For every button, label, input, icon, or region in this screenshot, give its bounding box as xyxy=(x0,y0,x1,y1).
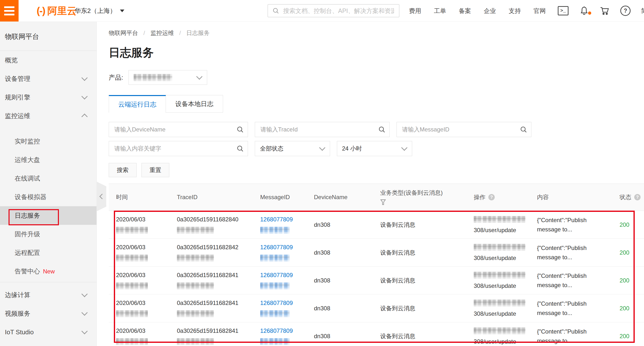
product-select[interactable] xyxy=(128,70,207,85)
time-range-value: 24 小时 xyxy=(342,145,362,152)
sidebar-item-remote-config[interactable]: 远程配置 xyxy=(0,243,96,262)
sidebar-item-log-service[interactable]: 日志服务 xyxy=(0,206,96,225)
chevron-down-icon xyxy=(401,145,407,151)
biz-type: 设备到云消息 xyxy=(380,333,415,340)
status-code: 200 xyxy=(620,305,644,312)
help-badge-icon[interactable]: ? xyxy=(634,194,640,200)
sidebar-item-overview[interactable]: 概览 xyxy=(0,51,96,70)
message-id-input[interactable] xyxy=(402,126,518,133)
search-icon[interactable] xyxy=(236,145,244,152)
log-content: {"Content":"Publish message to... xyxy=(537,299,610,317)
nav-support[interactable]: 支持 xyxy=(502,7,527,15)
operation-topic: 308/user/update xyxy=(474,310,537,317)
language-selector[interactable]: 简 xyxy=(636,6,644,15)
blurred-time xyxy=(116,254,148,262)
col-operation: 操作 ? xyxy=(474,193,537,201)
help-badge-icon[interactable]: ? xyxy=(488,194,495,200)
time-range-select[interactable]: 24 小时 xyxy=(337,141,412,156)
device-name: dn308 xyxy=(314,333,330,340)
sidebar-item-realtime-monitor[interactable]: 实时监控 xyxy=(0,132,96,150)
console-search-box[interactable] xyxy=(268,4,400,17)
console-search-input[interactable] xyxy=(283,7,394,15)
chevron-down-icon xyxy=(319,145,325,151)
sidebar-item-video-service[interactable]: 视频服务 xyxy=(0,304,96,323)
nav-enterprise[interactable]: 企业 xyxy=(478,7,502,15)
log-date: 2020/06/03 xyxy=(116,216,177,223)
table-row: 2020/06/03 0a30265d15911682840 126807780… xyxy=(109,211,644,239)
blurred-message-id xyxy=(260,310,290,317)
col-device-name: DeviceName xyxy=(314,194,380,200)
sidebar-item-alert-center[interactable]: 告警中心New xyxy=(0,262,96,280)
search-icon xyxy=(272,7,279,14)
blurred-trace xyxy=(177,227,214,234)
operation-topic: 308/user/update xyxy=(474,338,537,345)
sidebar-item-device-simulator[interactable]: 设备模拟器 xyxy=(0,188,96,206)
breadcrumb-iot-platform[interactable]: 物联网平台 xyxy=(109,29,138,37)
aliyun-logo-text: 阿里云 xyxy=(48,4,77,18)
search-icon[interactable] xyxy=(236,126,244,133)
table-row: 2020/06/03 0a30265d15911682842 126807780… xyxy=(109,239,644,266)
trace-id: 0a30265d15911682841 xyxy=(177,328,260,334)
blurred-trace xyxy=(177,254,214,262)
product-label: 产品: xyxy=(109,73,123,82)
blurred-topic xyxy=(474,328,526,334)
sidebar-item-online-debug[interactable]: 在线调试 xyxy=(0,169,96,188)
trace-id: 0a30265d15911682842 xyxy=(177,244,260,251)
message-id-link[interactable]: 1268077809 xyxy=(260,328,314,334)
log-content: {"Content":"Publish message to... xyxy=(537,243,610,262)
blurred-trace xyxy=(177,310,214,317)
operation-topic: 308/user/update xyxy=(474,227,537,234)
chevron-down-icon xyxy=(81,291,88,297)
sidebar-collapse-handle[interactable] xyxy=(96,182,106,211)
status-select[interactable]: 全部状态 xyxy=(255,141,330,156)
chevron-down-icon xyxy=(81,93,88,100)
shopping-cart-icon[interactable] xyxy=(594,6,615,15)
message-id-link[interactable]: 1268077809 xyxy=(260,244,314,251)
blurred-product-name xyxy=(134,74,172,81)
aliyun-logo[interactable]: (-) 阿里云 xyxy=(37,0,77,22)
table-row: 2020/06/03 0a30265d15911682841 126807780… xyxy=(109,294,644,322)
trace-id: 0a30265d15911682840 xyxy=(177,216,260,223)
search-icon[interactable] xyxy=(520,126,527,133)
nav-website[interactable]: 官网 xyxy=(527,7,552,15)
hamburger-menu-icon[interactable] xyxy=(0,0,18,22)
help-icon[interactable]: ? xyxy=(615,6,636,16)
log-tabs: 云端运行日志 设备本地日志 xyxy=(109,95,644,113)
device-name-input[interactable] xyxy=(114,126,234,133)
message-id-link[interactable]: 1268077809 xyxy=(260,300,314,306)
sidebar-item-device-management[interactable]: 设备管理 xyxy=(0,70,96,88)
tab-cloud-run-log[interactable]: 云端运行日志 xyxy=(109,95,166,113)
nav-billing[interactable]: 费用 xyxy=(402,7,428,15)
search-icon[interactable] xyxy=(378,126,386,133)
keyword-input[interactable] xyxy=(114,145,234,152)
cloud-shell-icon[interactable]: >_ xyxy=(552,6,574,16)
chevron-down-icon xyxy=(81,75,88,81)
device-name: dn308 xyxy=(314,305,330,312)
trace-id-input[interactable] xyxy=(260,126,376,133)
region-selector[interactable]: 华东2（上海） xyxy=(74,0,124,22)
col-content: 内容 xyxy=(537,193,620,201)
message-id-link[interactable]: 1268077809 xyxy=(260,216,314,223)
chevron-down-icon xyxy=(81,310,88,316)
breadcrumb-separator: / xyxy=(179,30,181,36)
filter-funnel-icon[interactable] xyxy=(380,199,386,206)
nav-ticket[interactable]: 工单 xyxy=(428,7,452,15)
sidebar-item-monitor-ops[interactable]: 监控运维 xyxy=(0,106,96,125)
blurred-time xyxy=(116,338,148,345)
nav-icp[interactable]: 备案 xyxy=(452,7,478,15)
tab-device-local-log[interactable]: 设备本地日志 xyxy=(166,95,223,113)
sidebar-item-firmware-upgrade[interactable]: 固件升级 xyxy=(0,225,96,243)
sidebar-item-rules-engine[interactable]: 规则引擎 xyxy=(0,88,96,106)
col-message-id: MessageID xyxy=(260,194,314,200)
breadcrumb-separator: / xyxy=(144,30,145,36)
breadcrumb-monitor-ops[interactable]: 监控运维 xyxy=(150,29,174,37)
message-id-link[interactable]: 1268077809 xyxy=(260,272,314,278)
log-date: 2020/06/03 xyxy=(116,272,177,278)
search-button[interactable]: 搜索 xyxy=(109,163,136,177)
sidebar-item-ops-dashboard[interactable]: 运维大盘 xyxy=(0,150,96,169)
reset-button[interactable]: 重置 xyxy=(142,163,169,177)
breadcrumb-log-service: 日志服务 xyxy=(186,29,210,37)
notification-bell-icon[interactable] xyxy=(574,6,594,16)
sidebar-item-edge-computing[interactable]: 边缘计算 xyxy=(0,286,96,304)
sidebar-item-iot-studio[interactable]: IoT Studio xyxy=(0,323,96,341)
